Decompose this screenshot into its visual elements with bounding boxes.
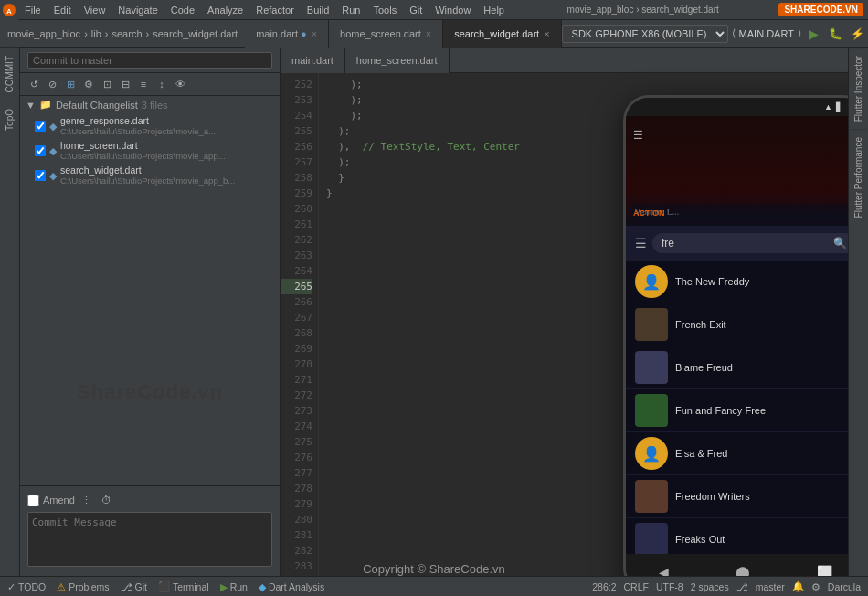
file-checkbox-1[interactable] <box>35 145 46 156</box>
file-path-1: C:\Users\hailu\StudioProjects\movie_app.… <box>60 151 226 161</box>
settings-icon[interactable]: ⚙ <box>80 76 97 92</box>
hot-reload-button[interactable]: ⚡ <box>849 25 867 43</box>
search-result-item[interactable]: Fun and Fancy Free <box>626 389 848 432</box>
tab-search-widget[interactable]: search_widget.dart× <box>443 20 561 48</box>
status-terminal[interactable]: ⬛ Terminal <box>158 580 209 592</box>
amend-label: Amend <box>43 495 75 506</box>
rollback-icon[interactable]: ⊘ <box>44 76 60 92</box>
search-box[interactable]: fre 🔍 <box>652 233 848 253</box>
status-run[interactable]: ▶ Run <box>220 581 248 592</box>
result-title-0: The New Freddy <box>675 276 749 287</box>
search-results-list: 👤 The New Freddy French Exit <box>626 261 848 554</box>
debug-button[interactable]: 🐛 <box>827 25 845 43</box>
files-count-badge: 3 files <box>142 100 168 111</box>
sidebar-tab-flutter-performance[interactable]: Flutter Performance <box>850 129 867 225</box>
sidebar-tab-topbar[interactable]: TopO <box>1 101 18 138</box>
changed-files-list: ◆ genre_response.dart C:\Users\hailu\Stu… <box>20 113 280 300</box>
menu-bar: A File Edit View Navigate Code Analyze R… <box>0 0 868 20</box>
line-endings: CRLF <box>624 581 649 592</box>
breadcrumb-search[interactable]: search <box>111 28 142 39</box>
result-title-4: Elsa & Fred <box>675 448 727 459</box>
changelist-header[interactable]: ▼ 📁 Default Changelist 3 files <box>20 96 280 113</box>
search-result-item[interactable]: French Exit <box>626 303 848 346</box>
sort-icon[interactable]: ↕ <box>153 76 170 92</box>
list-item[interactable]: ◆ search_widget.dart C:\Users\hailu\Stud… <box>20 163 280 187</box>
refresh-icon[interactable]: ↺ <box>26 76 42 92</box>
result-title-1: French Exit <box>675 319 726 330</box>
status-git[interactable]: ⎇ Git <box>121 581 147 592</box>
terminal-icon: ⬛ <box>158 580 170 592</box>
git-icon: ⎇ <box>121 581 132 592</box>
commit-to-input[interactable] <box>27 52 272 69</box>
nav-home-button[interactable]: ⬤ <box>736 565 750 576</box>
editor-tab-home[interactable]: home_screen.dart <box>345 48 450 73</box>
theme-name: Darcula <box>828 581 861 592</box>
breadcrumb-file[interactable]: search_widget.dart <box>153 28 238 39</box>
collapse-icon[interactable]: ⊟ <box>117 76 133 92</box>
menu-window[interactable]: Window <box>429 0 477 20</box>
file-checkbox-0[interactable] <box>35 121 46 132</box>
action-tab[interactable]: ACTION <box>633 208 665 218</box>
hamburger-icon[interactable]: ☰ <box>633 129 643 142</box>
amend-info-icon[interactable]: ⏱ <box>99 492 115 508</box>
search-result-item[interactable]: Blame Freud <box>626 346 848 389</box>
menu-navigate[interactable]: Navigate <box>111 0 164 20</box>
menu-file[interactable]: File <box>18 0 48 20</box>
search-submit-icon[interactable]: 🔍 <box>833 237 847 250</box>
settings-status-icon[interactable]: ⚙ <box>811 581 820 592</box>
menu-tools[interactable]: Tools <box>366 0 403 20</box>
nav-back-button[interactable]: ◀ <box>659 565 669 576</box>
expand-icon[interactable]: ⊡ <box>99 76 115 92</box>
amend-options-icon[interactable]: ⋮ <box>79 492 95 508</box>
file-checkbox-2[interactable] <box>35 170 46 181</box>
result-thumb-3 <box>635 394 668 427</box>
sharecode-logo: SHARECODE.VN <box>778 3 863 16</box>
menu-code[interactable]: Code <box>164 0 201 20</box>
result-avatar-4: 👤 <box>635 437 668 470</box>
commit-area: Amend ⋮ ⏱ <box>20 485 280 576</box>
status-todo[interactable]: ✓ TODO <box>7 581 46 592</box>
list-item[interactable]: ◆ home_screen.dart C:\Users\hailu\Studio… <box>20 138 280 163</box>
tab-main-dart[interactable]: main.dart●× <box>245 20 329 48</box>
status-problems[interactable]: ⚠ Problems <box>57 581 109 592</box>
search-back-icon[interactable]: ☰ <box>635 236 647 250</box>
menu-build[interactable]: Build <box>301 0 335 20</box>
search-result-item[interactable]: 👤 The New Freddy <box>626 261 848 303</box>
breadcrumb-lib[interactable]: lib <box>91 28 101 39</box>
result-thumb-6 <box>635 523 668 554</box>
main-layout: COMMIT TopO ↺ ⊘ ⊞ ⚙ ⊡ ⊟ ≡ ↕ 👁 ▼ 📁 Defaul… <box>0 48 868 576</box>
left-panel: COMMIT TopO <box>0 48 20 576</box>
run-button[interactable]: ▶ <box>805 25 823 43</box>
menu-git[interactable]: Git <box>403 0 429 20</box>
nav-square-button[interactable]: ⬜ <box>817 565 832 576</box>
file-tabs: main.dart●× home_screen.dart× search_wid… <box>245 20 561 48</box>
sharecode-watermark: ShareCode.vn <box>77 380 223 404</box>
menu-view[interactable]: View <box>78 0 112 20</box>
editor-tab-main[interactable]: main.dart <box>281 48 345 73</box>
amend-checkbox[interactable] <box>27 495 39 506</box>
list-item[interactable]: ◆ genre_response.dart C:\Users\hailu\Stu… <box>20 113 280 138</box>
main-dart-label[interactable]: MAIN.DART <box>739 28 794 39</box>
commit-message-input[interactable] <box>27 512 272 567</box>
menu-analyze[interactable]: Analyze <box>201 0 249 20</box>
search-result-item[interactable]: Freaks Out <box>626 518 848 554</box>
breadcrumb-root[interactable]: movie_app_bloc <box>7 28 80 39</box>
toolbar-right: SDK GPHONE X86 (MOBILE) ⟨ MAIN.DART ⟩ ▶ … <box>562 25 868 43</box>
phone-emulator: ▲ ▋ 🔋 Venom: L... <box>623 95 848 576</box>
editor-tabs: main.dart home_screen.dart <box>281 48 848 73</box>
tab-home-screen[interactable]: home_screen.dart× <box>329 20 443 48</box>
diff-icon[interactable]: ⊞ <box>62 76 79 92</box>
sidebar-tab-flutter-inspector[interactable]: Flutter Inspector <box>850 48 867 129</box>
menu-refactor[interactable]: Refactor <box>249 0 301 20</box>
sidebar-tab-commit[interactable]: COMMIT <box>1 48 18 101</box>
eye-icon[interactable]: 👁 <box>172 76 188 92</box>
menu-help[interactable]: Help <box>477 0 511 20</box>
file-icon-1: ◆ <box>49 145 57 156</box>
filter-icon[interactable]: ≡ <box>135 76 152 92</box>
search-result-item[interactable]: 👤 Elsa & Fred <box>626 432 848 475</box>
search-result-item[interactable]: Freedom Writers <box>626 475 848 518</box>
menu-edit[interactable]: Edit <box>48 0 78 20</box>
menu-run[interactable]: Run <box>335 0 366 20</box>
status-dart-analysis[interactable]: ◆ Dart Analysis <box>259 581 324 592</box>
device-selector[interactable]: SDK GPHONE X86 (MOBILE) <box>562 25 728 43</box>
